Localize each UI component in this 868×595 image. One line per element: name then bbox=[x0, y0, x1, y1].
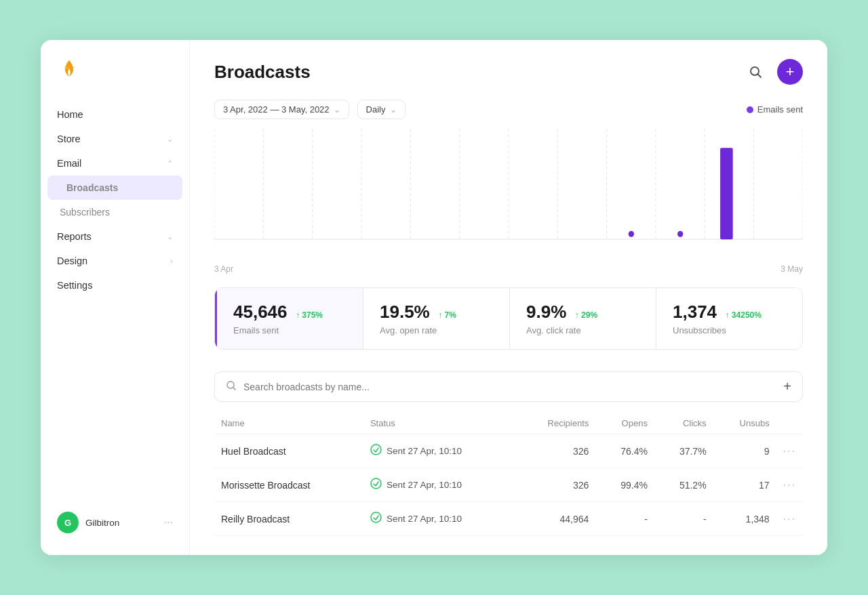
check-icon bbox=[370, 478, 382, 492]
add-broadcast-button[interactable]: + bbox=[777, 59, 803, 85]
stat-label: Emails sent bbox=[233, 325, 347, 335]
sidebar-item-label: Home bbox=[57, 109, 83, 120]
svg-point-22 bbox=[371, 478, 381, 489]
chart-legend: Emails sent bbox=[747, 104, 803, 115]
table-row: Huel Broadcast Sent 27 Apr, 10:10 326 76… bbox=[214, 434, 803, 468]
chart-end-label: 3 May bbox=[781, 264, 803, 274]
cell-clicks: 37.7% bbox=[654, 434, 713, 468]
stat-badge: ↑ 375% bbox=[296, 310, 323, 320]
legend-dot bbox=[747, 106, 753, 113]
sidebar-item-label: Broadcasts bbox=[66, 182, 118, 193]
legend-label: Emails sent bbox=[757, 104, 803, 115]
stat-number: 45,646 bbox=[233, 302, 288, 322]
search-input[interactable] bbox=[243, 382, 776, 392]
sidebar-item-broadcasts[interactable]: Broadcasts bbox=[47, 176, 182, 200]
table-row: Reilly Broadcast Sent 27 Apr, 10:10 44,9… bbox=[214, 502, 803, 536]
sidebar-footer: G Gilbitron ··· bbox=[41, 501, 189, 544]
cell-menu[interactable]: ··· bbox=[776, 502, 803, 536]
stat-card-click-rate[interactable]: 9.9% ↑ 29% Avg. click rate bbox=[510, 288, 656, 349]
sidebar-item-label: Email bbox=[57, 158, 81, 169]
stat-label: Unsubscribes bbox=[673, 325, 786, 335]
stat-number: 19.5% bbox=[380, 302, 430, 322]
sidebar-item-store[interactable]: Store ⌄ bbox=[41, 127, 189, 151]
sidebar-item-label: Settings bbox=[57, 280, 92, 291]
main-header: Broadcasts + bbox=[214, 59, 803, 85]
cell-recipients: 326 bbox=[516, 468, 595, 502]
cell-menu[interactable]: ··· bbox=[776, 434, 803, 468]
search-icon bbox=[749, 65, 762, 79]
svg-rect-18 bbox=[720, 148, 733, 239]
chart-start-label: 3 Apr bbox=[214, 264, 233, 274]
svg-point-16 bbox=[629, 231, 634, 237]
stat-badge: ↑ 7% bbox=[438, 310, 456, 320]
search-button[interactable] bbox=[743, 60, 768, 84]
stat-value: 9.9% ↑ 29% bbox=[526, 302, 639, 323]
stats-row: 45,646 ↑ 375% Emails sent 19.5% ↑ 7% Avg… bbox=[214, 287, 803, 350]
col-header-opens: Opens bbox=[595, 413, 654, 434]
main-content: Broadcasts + 3 Apr, 2022 — 3 May, 2022 ⌄… bbox=[190, 40, 827, 555]
svg-line-1 bbox=[758, 75, 762, 78]
sidebar-item-label: Design bbox=[57, 255, 87, 266]
stat-card-unsubscribes[interactable]: 1,374 ↑ 34250% Unsubscribes bbox=[656, 288, 802, 349]
col-header-unsubs: Unsubs bbox=[713, 413, 776, 434]
granularity-label: Daily bbox=[366, 104, 386, 115]
logo bbox=[41, 56, 189, 102]
app-window: Home Store ⌄ Email ⌃ Broadcasts Subscrib… bbox=[41, 40, 827, 555]
cell-name: Reilly Broadcast bbox=[214, 502, 363, 536]
col-header-name: Name bbox=[214, 413, 363, 434]
search-add-button[interactable]: + bbox=[783, 379, 791, 394]
stat-label: Avg. click rate bbox=[526, 325, 639, 335]
cell-opens: 76.4% bbox=[595, 434, 654, 468]
check-icon bbox=[370, 444, 382, 458]
sidebar: Home Store ⌄ Email ⌃ Broadcasts Subscrib… bbox=[41, 40, 190, 555]
cell-clicks: 51.2% bbox=[654, 468, 713, 502]
date-range-picker[interactable]: 3 Apr, 2022 — 3 May, 2022 ⌄ bbox=[214, 100, 349, 119]
chart-controls: 3 Apr, 2022 — 3 May, 2022 ⌄ Daily ⌄ Emai… bbox=[214, 100, 803, 119]
chevron-up-icon: ⌃ bbox=[167, 159, 173, 168]
cell-unsubs: 9 bbox=[713, 434, 776, 468]
cell-status: Sent 27 Apr, 10:10 bbox=[363, 468, 516, 502]
stat-label: Avg. open rate bbox=[380, 325, 493, 335]
cell-name: Huel Broadcast bbox=[214, 434, 363, 468]
sidebar-item-home[interactable]: Home bbox=[41, 102, 189, 127]
chevron-right-icon: › bbox=[170, 257, 173, 265]
cell-unsubs: 1,348 bbox=[713, 502, 776, 536]
stat-card-emails-sent[interactable]: 45,646 ↑ 375% Emails sent bbox=[215, 288, 363, 349]
stat-value: 19.5% ↑ 7% bbox=[380, 302, 493, 323]
stat-value: 45,646 ↑ 375% bbox=[233, 302, 347, 323]
cell-opens: 99.4% bbox=[595, 468, 654, 502]
sidebar-item-settings[interactable]: Settings bbox=[41, 273, 189, 298]
stat-badge: ↑ 29% bbox=[575, 310, 597, 320]
sidebar-item-design[interactable]: Design › bbox=[41, 249, 189, 273]
chevron-down-icon: ⌄ bbox=[167, 135, 173, 144]
stat-badge: ↑ 34250% bbox=[726, 310, 762, 320]
stat-number: 1,374 bbox=[673, 302, 717, 322]
sidebar-item-subscribers[interactable]: Subscribers bbox=[41, 200, 189, 224]
stat-card-open-rate[interactable]: 19.5% ↑ 7% Avg. open rate bbox=[363, 288, 510, 349]
granularity-picker[interactable]: Daily ⌄ bbox=[357, 100, 406, 119]
chart-svg bbox=[214, 129, 803, 251]
row-menu-button[interactable]: ··· bbox=[783, 513, 796, 525]
cell-menu[interactable]: ··· bbox=[776, 468, 803, 502]
stat-number: 9.9% bbox=[526, 302, 566, 322]
sidebar-item-email[interactable]: Email ⌃ bbox=[41, 151, 189, 176]
table-row: Morissette Broadcast Sent 27 Apr, 10:10 … bbox=[214, 468, 803, 502]
cell-name: Morissette Broadcast bbox=[214, 468, 363, 502]
cell-opens: - bbox=[595, 502, 654, 536]
sidebar-item-label: Subscribers bbox=[60, 207, 110, 218]
user-name: Gilbitron bbox=[85, 518, 119, 528]
stat-value: 1,374 ↑ 34250% bbox=[673, 302, 786, 323]
svg-point-23 bbox=[371, 512, 381, 522]
user-menu-button[interactable]: ··· bbox=[164, 516, 173, 529]
check-icon bbox=[370, 512, 382, 526]
header-actions: + bbox=[743, 59, 803, 85]
cell-recipients: 326 bbox=[516, 434, 595, 468]
row-menu-button[interactable]: ··· bbox=[783, 479, 796, 491]
sidebar-item-label: Reports bbox=[57, 231, 92, 242]
chevron-down-icon: ⌄ bbox=[390, 105, 397, 115]
col-header-status: Status bbox=[363, 413, 516, 434]
sidebar-item-reports[interactable]: Reports ⌄ bbox=[41, 224, 189, 249]
page-title: Broadcasts bbox=[214, 62, 311, 83]
chart-axis-labels: 3 Apr 3 May bbox=[214, 264, 803, 274]
row-menu-button[interactable]: ··· bbox=[783, 445, 796, 457]
